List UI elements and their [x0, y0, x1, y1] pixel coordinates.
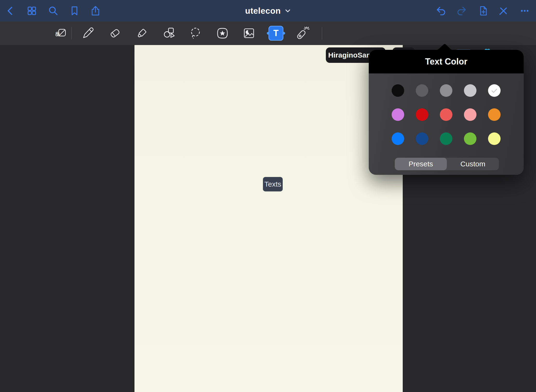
color-swatch-#c7c7cc[interactable]: [464, 84, 476, 97]
top-navigation-bar: utelecon: [0, 0, 536, 22]
selection-handle-right: [282, 32, 285, 35]
stop-editing-button[interactable]: [498, 6, 509, 16]
color-swatch-#cd7be0[interactable]: [392, 108, 404, 121]
tab-presets[interactable]: Presets: [395, 158, 447, 170]
color-swatch-#f9a1a4[interactable]: [464, 108, 476, 121]
undo-icon: [436, 6, 446, 16]
color-swatch-#d40c12[interactable]: [416, 108, 428, 121]
more-button[interactable]: [519, 6, 530, 16]
thumbnails-button[interactable]: [27, 6, 37, 16]
elements-tool-button[interactable]: [215, 26, 229, 40]
add-page-icon: [478, 6, 489, 16]
text-tool-selected-box[interactable]: T: [268, 26, 283, 41]
color-swatch-#ffffff[interactable]: [488, 84, 501, 97]
back-icon: [5, 6, 16, 16]
document-title-button[interactable]: utelecon: [245, 6, 291, 16]
more-icon: [519, 6, 530, 16]
pen-tool-button[interactable]: [81, 26, 95, 40]
editing-mode-icon: a: [55, 26, 69, 40]
shapes-icon: [162, 26, 176, 40]
selected-text-label: Texts: [264, 180, 281, 188]
color-swatch-#5e5e62[interactable]: [416, 84, 428, 97]
text-tool-glyph: T: [273, 28, 279, 38]
search-button[interactable]: [48, 6, 59, 16]
elements-icon: [215, 26, 229, 40]
notebook-page[interactable]: [134, 45, 403, 392]
presets-custom-segmented-control: Presets Custom: [395, 158, 499, 170]
color-swatch-#0a7aff[interactable]: [392, 132, 404, 145]
laser-pointer-icon: [296, 26, 310, 40]
toolbar-divider: [71, 27, 72, 39]
color-swatch-#f5f98d[interactable]: [488, 132, 501, 145]
selected-text-box[interactable]: Texts: [263, 177, 283, 191]
editing-mode-button[interactable]: a: [55, 26, 69, 40]
color-swatch-#0b7d55[interactable]: [440, 132, 452, 145]
highlighter-icon: [135, 26, 149, 40]
search-icon: [48, 6, 59, 16]
color-swatch-#ee5b56[interactable]: [440, 108, 452, 121]
color-swatch-grid: [392, 84, 501, 145]
shapes-tool-button[interactable]: [162, 26, 176, 40]
add-page-button[interactable]: [478, 6, 489, 16]
stop-editing-icon: [498, 6, 509, 16]
bookmark-button[interactable]: [69, 6, 80, 16]
pen-icon: [81, 26, 95, 40]
color-swatch-#0d0d0d[interactable]: [392, 84, 404, 97]
thumbnails-icon: [27, 6, 37, 16]
undo-button[interactable]: [436, 6, 446, 16]
eraser-icon: [108, 26, 122, 40]
color-swatch-#15498f[interactable]: [416, 132, 428, 145]
bookmark-icon: [69, 6, 80, 16]
share-button[interactable]: [90, 6, 101, 16]
svg-text:a: a: [55, 29, 60, 38]
laser-pointer-tool-button[interactable]: [296, 26, 310, 40]
popover-arrow: [436, 44, 454, 50]
document-title: utelecon: [245, 6, 281, 16]
highlighter-tool-button[interactable]: [135, 26, 149, 40]
color-swatch-#74bd3d[interactable]: [464, 132, 476, 145]
selection-handle-left: [267, 32, 269, 35]
back-button[interactable]: [5, 6, 16, 16]
text-tool-button[interactable]: T: [268, 26, 283, 41]
image-tool-button[interactable]: [242, 26, 256, 40]
redo-button[interactable]: [456, 6, 467, 16]
toolbar-divider: [322, 27, 322, 39]
image-icon: [242, 26, 256, 40]
tool-bar: a T HiraginoSans-... 16: [0, 22, 536, 45]
color-swatch-#ee8f28[interactable]: [488, 108, 501, 121]
lasso-icon: [189, 26, 203, 40]
text-color-popover: Text Color Presets Custom: [369, 50, 524, 175]
lasso-tool-button[interactable]: [189, 26, 203, 40]
eraser-tool-button[interactable]: [108, 26, 122, 40]
chevron-down-icon: [285, 8, 291, 13]
share-icon: [90, 6, 101, 16]
tab-custom[interactable]: Custom: [447, 158, 499, 170]
color-swatch-#8e8e93[interactable]: [440, 84, 452, 97]
redo-icon: [456, 6, 467, 16]
popover-title: Text Color: [369, 50, 524, 73]
